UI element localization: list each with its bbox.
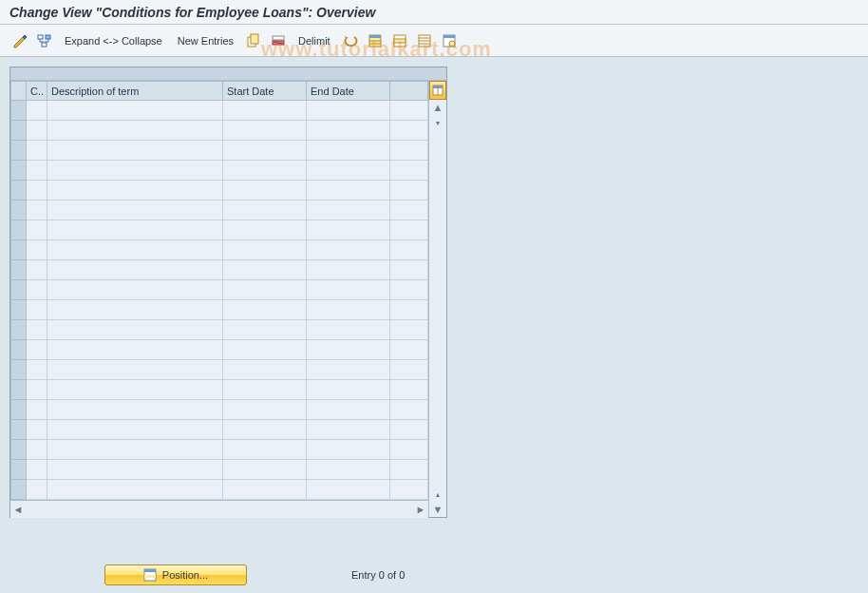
table-row[interactable] — [11, 300, 428, 320]
table-row[interactable] — [11, 380, 428, 400]
scroll-down-button[interactable]: ▼ — [429, 502, 446, 517]
row-selector[interactable] — [11, 141, 27, 161]
cell-code[interactable] — [27, 460, 47, 480]
cell-description[interactable] — [47, 420, 223, 440]
copy-as-button[interactable] — [243, 30, 264, 51]
select-all-button[interactable] — [365, 30, 386, 51]
table-row[interactable] — [11, 480, 428, 500]
table-row[interactable] — [11, 420, 428, 440]
hscroll-track[interactable] — [26, 501, 413, 518]
cell-description[interactable] — [47, 220, 223, 240]
cell-description[interactable] — [47, 400, 223, 420]
cell-code[interactable] — [27, 400, 47, 420]
cell-start-date[interactable] — [223, 480, 307, 500]
select-block-button[interactable] — [389, 30, 410, 51]
cell-end-date[interactable] — [307, 141, 390, 161]
cell-start-date[interactable] — [223, 201, 307, 220]
conditions-table[interactable]: C.. Description of term Start Date End D… — [10, 81, 428, 500]
table-row[interactable] — [11, 240, 428, 260]
cell-code[interactable] — [27, 280, 47, 300]
cell-end-date[interactable] — [307, 101, 390, 121]
cell-end-date[interactable] — [307, 121, 390, 141]
row-selector[interactable] — [11, 300, 27, 320]
cell-end-date[interactable] — [307, 240, 390, 260]
col-code[interactable]: C.. — [27, 82, 47, 101]
table-row[interactable] — [11, 201, 428, 220]
cell-start-date[interactable] — [223, 141, 307, 161]
cell-end-date[interactable] — [307, 360, 390, 380]
col-end-date[interactable]: End Date — [307, 82, 390, 101]
table-row[interactable] — [11, 440, 428, 460]
cell-code[interactable] — [27, 300, 47, 320]
cell-end-date[interactable] — [307, 161, 390, 181]
row-selector[interactable] — [11, 400, 27, 420]
row-selector[interactable] — [11, 201, 27, 220]
cell-start-date[interactable] — [223, 101, 307, 121]
cell-code[interactable] — [27, 480, 47, 500]
cell-description[interactable] — [47, 161, 223, 181]
cell-code[interactable] — [27, 420, 47, 440]
table-row[interactable] — [11, 141, 428, 161]
cell-start-date[interactable] — [223, 280, 307, 300]
table-row[interactable] — [11, 360, 428, 380]
cell-start-date[interactable] — [223, 320, 307, 340]
cell-code[interactable] — [27, 101, 47, 121]
table-row[interactable] — [11, 340, 428, 360]
cell-code[interactable] — [27, 320, 47, 340]
cell-end-date[interactable] — [307, 181, 390, 201]
row-selector[interactable] — [11, 161, 27, 181]
col-description[interactable]: Description of term — [47, 82, 223, 101]
cell-start-date[interactable] — [223, 220, 307, 240]
cell-start-date[interactable] — [223, 460, 307, 480]
cell-description[interactable] — [47, 181, 223, 201]
row-selector[interactable] — [11, 181, 27, 201]
cell-code[interactable] — [27, 360, 47, 380]
cell-code[interactable] — [27, 220, 47, 240]
scroll-left-button[interactable]: ◄ — [10, 501, 26, 518]
cell-description[interactable] — [47, 121, 223, 141]
deselect-all-button[interactable] — [414, 30, 435, 51]
delimit-button[interactable]: Delimit — [292, 30, 336, 51]
table-row[interactable] — [11, 101, 428, 121]
cell-description[interactable] — [47, 340, 223, 360]
cell-description[interactable] — [47, 320, 223, 340]
cell-code[interactable] — [27, 340, 47, 360]
cell-description[interactable] — [47, 260, 223, 280]
row-selector[interactable] — [11, 121, 27, 141]
display-change-toggle-button[interactable] — [9, 30, 30, 51]
cell-end-date[interactable] — [307, 420, 390, 440]
cell-start-date[interactable] — [223, 420, 307, 440]
cell-description[interactable] — [47, 480, 223, 500]
cell-end-date[interactable] — [307, 280, 390, 300]
row-selector[interactable] — [11, 220, 27, 240]
cell-description[interactable] — [47, 201, 223, 220]
cell-code[interactable] — [27, 240, 47, 260]
cell-description[interactable] — [47, 380, 223, 400]
cell-description[interactable] — [47, 240, 223, 260]
row-selector-header[interactable] — [11, 82, 27, 101]
table-row[interactable] — [11, 181, 428, 201]
table-row[interactable] — [11, 400, 428, 420]
cell-code[interactable] — [27, 121, 47, 141]
row-selector[interactable] — [11, 101, 27, 121]
position-button[interactable]: Position... — [104, 564, 247, 585]
cell-end-date[interactable] — [307, 440, 390, 460]
table-row[interactable] — [11, 121, 428, 141]
row-selector[interactable] — [11, 320, 27, 340]
cell-end-date[interactable] — [307, 320, 390, 340]
table-settings-button[interactable] — [439, 30, 460, 51]
horizontal-scrollbar[interactable]: ◄ ► — [10, 500, 428, 517]
new-entries-button[interactable]: New Entries — [172, 30, 239, 51]
cell-end-date[interactable] — [307, 400, 390, 420]
cell-start-date[interactable] — [223, 340, 307, 360]
cell-description[interactable] — [47, 460, 223, 480]
row-selector[interactable] — [11, 380, 27, 400]
cell-start-date[interactable] — [223, 440, 307, 460]
cell-end-date[interactable] — [307, 260, 390, 280]
cell-description[interactable] — [47, 360, 223, 380]
row-selector[interactable] — [11, 440, 27, 460]
delete-button[interactable] — [268, 30, 289, 51]
table-row[interactable] — [11, 161, 428, 181]
cell-start-date[interactable] — [223, 121, 307, 141]
scroll-right-button[interactable]: ► — [413, 501, 428, 518]
